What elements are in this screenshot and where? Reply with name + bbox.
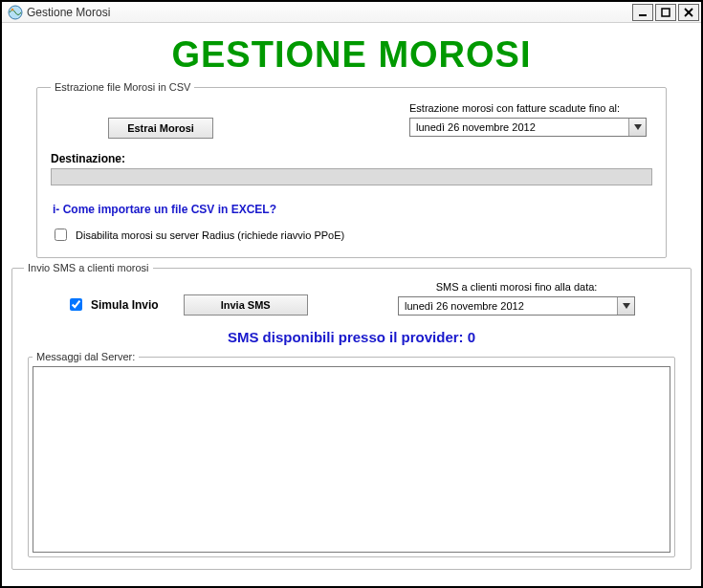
sms-date-label: SMS a clienti morosi fino alla data: bbox=[398, 281, 635, 293]
chevron-down-icon bbox=[617, 297, 634, 315]
app-icon bbox=[8, 5, 23, 20]
disable-radius-checkbox[interactable] bbox=[55, 229, 67, 241]
extract-fieldset: Estrazione file Morosi in CSV Estrai Mor… bbox=[36, 81, 667, 258]
server-log-area[interactable] bbox=[33, 366, 670, 553]
extract-legend: Estrazione file Morosi in CSV bbox=[51, 81, 194, 93]
minimize-button[interactable] bbox=[632, 4, 653, 21]
destination-field[interactable] bbox=[51, 168, 652, 185]
svg-rect-3 bbox=[662, 9, 670, 16]
sms-date-picker[interactable]: lunedì 26 novembre 2012 bbox=[398, 296, 635, 316]
log-legend: Messaggi dal Server: bbox=[33, 351, 139, 362]
extract-button[interactable]: Estrai Morosi bbox=[108, 118, 213, 139]
simulate-label: Simula Invio bbox=[91, 298, 159, 312]
simulate-checkbox[interactable] bbox=[70, 298, 82, 311]
svg-marker-7 bbox=[623, 303, 630, 309]
help-import-csv-link[interactable]: i- Come importare un file CSV in EXCEL? bbox=[53, 203, 652, 216]
sms-date-value: lunedì 26 novembre 2012 bbox=[399, 300, 617, 312]
svg-marker-6 bbox=[634, 124, 642, 130]
destination-label: Destinazione: bbox=[51, 152, 652, 165]
send-sms-button[interactable]: Invia SMS bbox=[184, 294, 308, 316]
log-fieldset: Messaggi dal Server: bbox=[28, 351, 675, 557]
sms-legend: Invio SMS a clienti morosi bbox=[24, 262, 153, 273]
disable-radius-label: Disabilita morosi su server Radius (rich… bbox=[76, 229, 344, 241]
disable-radius-row: Disabilita morosi su server Radius (rich… bbox=[51, 226, 652, 244]
extract-date-label: Estrazione morosi con fatture scadute fi… bbox=[409, 102, 647, 114]
titlebar: Gestione Morosi bbox=[2, 2, 701, 23]
sms-fieldset: Invio SMS a clienti morosi Simula Invio … bbox=[11, 262, 692, 570]
chevron-down-icon bbox=[628, 119, 646, 136]
svg-point-1 bbox=[11, 8, 14, 11]
page-title: GESTIONE MOROSI bbox=[8, 34, 695, 76]
sms-available-label: SMS disponibili presso il provider: 0 bbox=[24, 329, 679, 345]
sms-available-count: 0 bbox=[468, 329, 475, 345]
window-title: Gestione Morosi bbox=[27, 6, 110, 19]
extract-date-picker[interactable]: lunedì 26 novembre 2012 bbox=[409, 118, 647, 137]
close-button[interactable] bbox=[678, 4, 699, 21]
extract-date-value: lunedì 26 novembre 2012 bbox=[410, 121, 628, 133]
maximize-button[interactable] bbox=[655, 4, 676, 21]
